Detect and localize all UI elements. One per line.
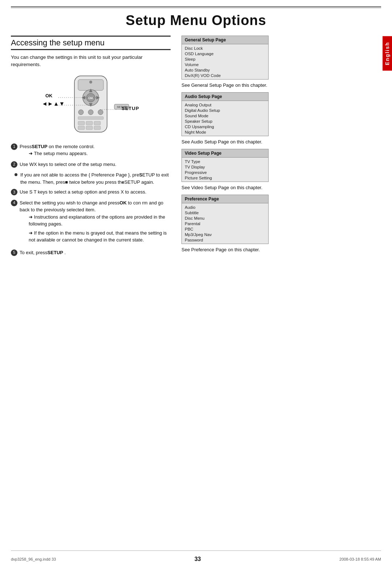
setup-dots: ········· [100,107,117,112]
instr-5-content: To exit, pressSETUP . [20,249,66,256]
instr-num-3: 3 [11,189,17,195]
english-tab: English [383,36,392,71]
top-border [11,7,381,7]
svg-rect-13 [78,117,103,119]
general-setup-table-header: General Setup Page [182,36,268,44]
instruction-5: 5 To exit, pressSETUP . [11,249,171,256]
video-setup-table-header: Video Setup Page [182,149,268,158]
instr-4-sub-1: ➜ Instructions and explanations of the o… [20,214,171,228]
section-heading: Accessing the setup menu [11,36,171,50]
instruction-2: 2 Use WX keys to select one of the setup… [11,161,171,168]
nav-dots: ·················· [54,102,89,107]
bottom-border [11,550,381,551]
general-row-3: Sleep [185,56,265,62]
svg-rect-17 [78,126,85,130]
preference-see-text: See Preference Page on this chapter. [181,247,381,252]
instr-3-content: Use S T keys to select a setup option an… [20,188,146,196]
instr-num-5: 5 [11,249,17,256]
video-row-2: TV Display [185,164,265,170]
general-see-text: See General Setup Page on this chapter. [181,82,381,88]
audio-setup-table-body: Analog Output Digital Audio Setup Sound … [182,101,268,136]
pref-row-6: Mp3/Jpeg Nav [185,232,265,237]
audio-row-3: Sound Mode [185,113,265,118]
svg-point-2 [89,81,92,84]
instruction-3: 3 Use S T keys to select a setup option … [11,188,171,196]
general-row-5: Auto Standby [185,67,265,73]
audio-setup-table-header: Audio Setup Page [182,93,268,101]
remote-illustration: OK ····················· ◄►▲▼ ··········… [22,74,171,136]
footer-left: dvp3258_96_eng.indd 33 [11,557,56,561]
preference-setup-table-body: Audio Subtitle Disc Menu Parental PBC Mp… [182,203,268,244]
pref-row-2: Subtitle [185,210,265,215]
svg-rect-16 [94,121,101,125]
instruction-4: 4 Select the setting you wish to change … [11,199,171,245]
instr-4-sub-2: ➜ If the option in the menu is grayed ou… [20,229,171,244]
ok-dots: ····················· [58,95,99,100]
svg-rect-15 [86,121,93,125]
section-description: You can change the settings in this unit… [11,54,171,69]
general-row-2: OSD Language [185,51,265,56]
setup-label: SETUP [122,106,139,111]
general-setup-table: General Setup Page Disc Lock OSD Languag… [181,36,269,80]
bullet-content: If you are not able to access the { Pref… [20,171,171,186]
pref-row-3: Disc Menu [185,215,265,221]
pref-row-4: Parental [185,221,265,226]
audio-row-1: Analog Output [185,102,265,107]
instr-1-sub: ➜ The setup menu appears. [20,151,88,156]
svg-rect-18 [86,126,93,130]
instructions-list: 1 PressSETUP on the remote control. ➜ Th… [11,143,171,256]
audio-setup-table: Audio Setup Page Analog Output Digital A… [181,92,269,136]
footer-right: 2008-03-18 8:55:49 AM [339,557,381,561]
page-number: 33 [195,556,201,562]
audio-row-5: CD Upsampling [185,124,265,129]
page-wrapper: English Setup Menu Options Accessing the… [0,0,392,569]
video-row-3: Progressive [185,170,265,175]
pref-row-1: Audio [185,204,265,210]
left-column: Accessing the setup menu You can change … [11,36,178,260]
instr-4-content: Select the setting you wish to change an… [20,199,171,245]
video-row-4: Picture Setting [185,175,265,180]
instr-2-content: Use WX keys to select one of the setup m… [20,161,117,168]
svg-rect-19 [94,126,101,130]
content-area: Accessing the setup menu You can change … [0,32,392,260]
audio-see-text: See Audio Setup Page on this chapter. [181,139,381,145]
general-row-4: Volume [185,62,265,67]
svg-rect-14 [78,121,85,125]
general-row-6: DivX(R) VOD Code [185,73,265,78]
preference-setup-table: Preference Page Audio Subtitle Disc Menu… [181,195,269,244]
pref-row-5: PBC [185,226,265,232]
right-column: General Setup Page Disc Lock OSD Languag… [178,36,381,260]
page-title: Setup Menu Options [0,0,392,32]
pref-row-7: Password [185,237,265,243]
video-setup-table: Video Setup Page TV Type TV Display Prog… [181,149,269,182]
instr-1-content: PressSETUP on the remote control. ➜ The … [20,143,95,157]
instruction-1: 1 PressSETUP on the remote control. ➜ Th… [11,143,171,157]
ok-label: OK [45,93,53,98]
audio-row-2: Digital Audio Setup [185,107,265,113]
audio-row-4: Speaker Setup [185,118,265,124]
instr-num-2: 2 [11,161,17,168]
video-setup-table-body: TV Type TV Display Progressive Picture S… [182,158,268,182]
video-see-text: See Video Setup Page on this chapter. [181,185,381,190]
preference-setup-table-header: Preference Page [182,195,268,203]
instr-num-1: 1 [11,143,17,150]
instruction-bullet: If you are not able to access the { Pref… [11,171,171,186]
general-row-1: Disc Lock [185,45,265,51]
svg-point-11 [88,110,93,115]
svg-point-10 [78,110,83,115]
top-border-inner [11,8,381,8]
video-row-1: TV Type [185,159,265,164]
instr-num-4: 4 [11,200,17,206]
audio-row-6: Night Mode [185,129,265,135]
page-footer: dvp3258_96_eng.indd 33 33 2008-03-18 8:5… [11,556,381,562]
bullet-dot [15,173,17,176]
general-setup-table-body: Disc Lock OSD Language Sleep Volume Auto… [182,44,268,79]
remote-svg: OK ····················· ◄►▲▼ ··········… [38,74,154,136]
